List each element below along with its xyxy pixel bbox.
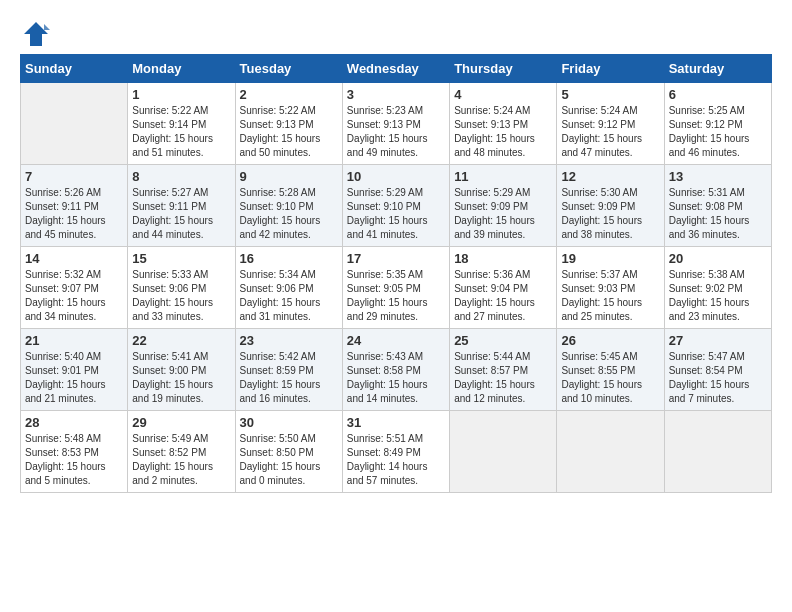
- calendar-cell: [664, 411, 771, 493]
- column-header-thursday: Thursday: [450, 55, 557, 83]
- day-number: 11: [454, 169, 552, 184]
- cell-info: Sunrise: 5:51 AMSunset: 8:49 PMDaylight:…: [347, 432, 445, 488]
- calendar-cell: [557, 411, 664, 493]
- day-number: 26: [561, 333, 659, 348]
- week-row: 28Sunrise: 5:48 AMSunset: 8:53 PMDayligh…: [21, 411, 772, 493]
- column-header-saturday: Saturday: [664, 55, 771, 83]
- calendar-cell: 19Sunrise: 5:37 AMSunset: 9:03 PMDayligh…: [557, 247, 664, 329]
- cell-info: Sunrise: 5:49 AMSunset: 8:52 PMDaylight:…: [132, 432, 230, 488]
- day-number: 8: [132, 169, 230, 184]
- calendar-cell: 29Sunrise: 5:49 AMSunset: 8:52 PMDayligh…: [128, 411, 235, 493]
- day-number: 9: [240, 169, 338, 184]
- calendar-cell: 14Sunrise: 5:32 AMSunset: 9:07 PMDayligh…: [21, 247, 128, 329]
- cell-info: Sunrise: 5:45 AMSunset: 8:55 PMDaylight:…: [561, 350, 659, 406]
- calendar-cell: 27Sunrise: 5:47 AMSunset: 8:54 PMDayligh…: [664, 329, 771, 411]
- calendar-cell: 11Sunrise: 5:29 AMSunset: 9:09 PMDayligh…: [450, 165, 557, 247]
- calendar-cell: 9Sunrise: 5:28 AMSunset: 9:10 PMDaylight…: [235, 165, 342, 247]
- calendar-cell: 16Sunrise: 5:34 AMSunset: 9:06 PMDayligh…: [235, 247, 342, 329]
- column-header-friday: Friday: [557, 55, 664, 83]
- calendar-cell: 17Sunrise: 5:35 AMSunset: 9:05 PMDayligh…: [342, 247, 449, 329]
- day-number: 7: [25, 169, 123, 184]
- day-number: 4: [454, 87, 552, 102]
- day-number: 16: [240, 251, 338, 266]
- column-header-wednesday: Wednesday: [342, 55, 449, 83]
- calendar-cell: 7Sunrise: 5:26 AMSunset: 9:11 PMDaylight…: [21, 165, 128, 247]
- week-row: 7Sunrise: 5:26 AMSunset: 9:11 PMDaylight…: [21, 165, 772, 247]
- calendar-cell: [21, 83, 128, 165]
- cell-info: Sunrise: 5:37 AMSunset: 9:03 PMDaylight:…: [561, 268, 659, 324]
- calendar-cell: 18Sunrise: 5:36 AMSunset: 9:04 PMDayligh…: [450, 247, 557, 329]
- calendar-cell: 28Sunrise: 5:48 AMSunset: 8:53 PMDayligh…: [21, 411, 128, 493]
- calendar-cell: 13Sunrise: 5:31 AMSunset: 9:08 PMDayligh…: [664, 165, 771, 247]
- cell-info: Sunrise: 5:22 AMSunset: 9:13 PMDaylight:…: [240, 104, 338, 160]
- day-number: 19: [561, 251, 659, 266]
- cell-info: Sunrise: 5:42 AMSunset: 8:59 PMDaylight:…: [240, 350, 338, 406]
- day-number: 3: [347, 87, 445, 102]
- cell-info: Sunrise: 5:30 AMSunset: 9:09 PMDaylight:…: [561, 186, 659, 242]
- day-number: 29: [132, 415, 230, 430]
- calendar-cell: 1Sunrise: 5:22 AMSunset: 9:14 PMDaylight…: [128, 83, 235, 165]
- day-number: 15: [132, 251, 230, 266]
- day-number: 23: [240, 333, 338, 348]
- calendar-cell: 21Sunrise: 5:40 AMSunset: 9:01 PMDayligh…: [21, 329, 128, 411]
- cell-info: Sunrise: 5:34 AMSunset: 9:06 PMDaylight:…: [240, 268, 338, 324]
- cell-info: Sunrise: 5:36 AMSunset: 9:04 PMDaylight:…: [454, 268, 552, 324]
- calendar-cell: 24Sunrise: 5:43 AMSunset: 8:58 PMDayligh…: [342, 329, 449, 411]
- cell-info: Sunrise: 5:24 AMSunset: 9:13 PMDaylight:…: [454, 104, 552, 160]
- column-header-monday: Monday: [128, 55, 235, 83]
- calendar-table: SundayMondayTuesdayWednesdayThursdayFrid…: [20, 54, 772, 493]
- calendar-cell: 20Sunrise: 5:38 AMSunset: 9:02 PMDayligh…: [664, 247, 771, 329]
- cell-info: Sunrise: 5:29 AMSunset: 9:09 PMDaylight:…: [454, 186, 552, 242]
- calendar-cell: 8Sunrise: 5:27 AMSunset: 9:11 PMDaylight…: [128, 165, 235, 247]
- day-number: 13: [669, 169, 767, 184]
- logo-icon: [22, 20, 50, 48]
- calendar-cell: 2Sunrise: 5:22 AMSunset: 9:13 PMDaylight…: [235, 83, 342, 165]
- calendar-cell: 4Sunrise: 5:24 AMSunset: 9:13 PMDaylight…: [450, 83, 557, 165]
- day-number: 28: [25, 415, 123, 430]
- day-number: 22: [132, 333, 230, 348]
- column-header-tuesday: Tuesday: [235, 55, 342, 83]
- day-number: 14: [25, 251, 123, 266]
- cell-info: Sunrise: 5:50 AMSunset: 8:50 PMDaylight:…: [240, 432, 338, 488]
- cell-info: Sunrise: 5:28 AMSunset: 9:10 PMDaylight:…: [240, 186, 338, 242]
- column-header-sunday: Sunday: [21, 55, 128, 83]
- cell-info: Sunrise: 5:48 AMSunset: 8:53 PMDaylight:…: [25, 432, 123, 488]
- day-number: 6: [669, 87, 767, 102]
- day-number: 31: [347, 415, 445, 430]
- cell-info: Sunrise: 5:32 AMSunset: 9:07 PMDaylight:…: [25, 268, 123, 324]
- header-row: SundayMondayTuesdayWednesdayThursdayFrid…: [21, 55, 772, 83]
- day-number: 10: [347, 169, 445, 184]
- day-number: 21: [25, 333, 123, 348]
- day-number: 18: [454, 251, 552, 266]
- day-number: 1: [132, 87, 230, 102]
- calendar-cell: 30Sunrise: 5:50 AMSunset: 8:50 PMDayligh…: [235, 411, 342, 493]
- calendar-cell: 10Sunrise: 5:29 AMSunset: 9:10 PMDayligh…: [342, 165, 449, 247]
- week-row: 1Sunrise: 5:22 AMSunset: 9:14 PMDaylight…: [21, 83, 772, 165]
- cell-info: Sunrise: 5:38 AMSunset: 9:02 PMDaylight:…: [669, 268, 767, 324]
- calendar-cell: 22Sunrise: 5:41 AMSunset: 9:00 PMDayligh…: [128, 329, 235, 411]
- cell-info: Sunrise: 5:22 AMSunset: 9:14 PMDaylight:…: [132, 104, 230, 160]
- calendar-cell: 26Sunrise: 5:45 AMSunset: 8:55 PMDayligh…: [557, 329, 664, 411]
- day-number: 12: [561, 169, 659, 184]
- cell-info: Sunrise: 5:43 AMSunset: 8:58 PMDaylight:…: [347, 350, 445, 406]
- logo: [20, 20, 50, 44]
- cell-info: Sunrise: 5:35 AMSunset: 9:05 PMDaylight:…: [347, 268, 445, 324]
- svg-marker-1: [44, 24, 50, 30]
- cell-info: Sunrise: 5:23 AMSunset: 9:13 PMDaylight:…: [347, 104, 445, 160]
- calendar-cell: 3Sunrise: 5:23 AMSunset: 9:13 PMDaylight…: [342, 83, 449, 165]
- day-number: 24: [347, 333, 445, 348]
- calendar-cell: 23Sunrise: 5:42 AMSunset: 8:59 PMDayligh…: [235, 329, 342, 411]
- cell-info: Sunrise: 5:29 AMSunset: 9:10 PMDaylight:…: [347, 186, 445, 242]
- day-number: 5: [561, 87, 659, 102]
- day-number: 20: [669, 251, 767, 266]
- cell-info: Sunrise: 5:33 AMSunset: 9:06 PMDaylight:…: [132, 268, 230, 324]
- cell-info: Sunrise: 5:40 AMSunset: 9:01 PMDaylight:…: [25, 350, 123, 406]
- day-number: 25: [454, 333, 552, 348]
- cell-info: Sunrise: 5:25 AMSunset: 9:12 PMDaylight:…: [669, 104, 767, 160]
- cell-info: Sunrise: 5:44 AMSunset: 8:57 PMDaylight:…: [454, 350, 552, 406]
- cell-info: Sunrise: 5:41 AMSunset: 9:00 PMDaylight:…: [132, 350, 230, 406]
- cell-info: Sunrise: 5:26 AMSunset: 9:11 PMDaylight:…: [25, 186, 123, 242]
- calendar-cell: 5Sunrise: 5:24 AMSunset: 9:12 PMDaylight…: [557, 83, 664, 165]
- cell-info: Sunrise: 5:31 AMSunset: 9:08 PMDaylight:…: [669, 186, 767, 242]
- calendar-cell: 12Sunrise: 5:30 AMSunset: 9:09 PMDayligh…: [557, 165, 664, 247]
